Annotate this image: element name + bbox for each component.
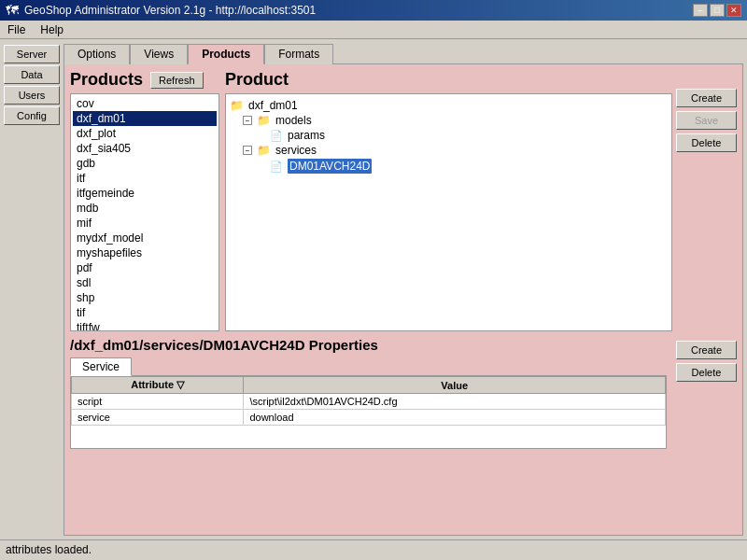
save-button[interactable]: Save [676, 111, 737, 130]
value-column-header: Value [244, 377, 666, 394]
attribute-value: \script\il2dxt\DM01AVCH24D.cfg [244, 394, 666, 410]
product-item[interactable]: dxf_plot [73, 126, 217, 141]
sidebar-config-button[interactable]: Config [4, 106, 60, 125]
sidebar-data-button[interactable]: Data [4, 65, 60, 84]
product-item[interactable]: myshapefiles [73, 245, 217, 260]
help-menu[interactable]: Help [36, 22, 67, 37]
prop-actions: Create Delete [676, 337, 737, 449]
products-list[interactable]: covdxf_dm01dxf_plotdxf_sia405gdbitfitfge… [70, 93, 219, 331]
tree-root-label: dxf_dm01 [248, 99, 298, 112]
prop-create-button[interactable]: Create [676, 341, 737, 359]
sidebar: Server Data Users Config [4, 43, 60, 536]
folder-icon: 📁 [257, 144, 271, 157]
product-item[interactable]: tiftfw [73, 320, 217, 331]
attribute-row: servicedownload [72, 410, 666, 426]
product-item[interactable]: dxf_sia405 [73, 141, 217, 156]
prop-delete-button[interactable]: Delete [676, 363, 737, 382]
sidebar-server-button[interactable]: Server [4, 45, 60, 63]
product-item[interactable]: gdb [73, 156, 217, 171]
attribute-name: script [72, 394, 244, 410]
product-item[interactable]: cov [73, 96, 217, 111]
tree-node-label: services [275, 144, 317, 157]
statusbar: attributes loaded. [0, 539, 747, 560]
maximize-button[interactable]: □ [710, 4, 725, 17]
product-tree-panel: Product 📁dxf_dm01−📁models📄params−📁servic… [225, 70, 672, 331]
refresh-button[interactable]: Refresh [150, 72, 204, 89]
tree-node[interactable]: −📁models [230, 113, 668, 128]
content-area: Options Views Products Formats Products … [63, 43, 743, 536]
properties-content: Attribute ▽ Value script\script\il2dxt\D… [70, 375, 667, 449]
titlebar-buttons: – □ ✕ [693, 4, 741, 17]
product-item[interactable]: shp [73, 290, 217, 305]
products-panel-title: Products [70, 70, 143, 90]
main-container: Server Data Users Config Options Views P… [0, 39, 747, 539]
product-item[interactable]: mydxf_model [73, 231, 217, 245]
attributes-table: Attribute ▽ Value script\script\il2dxt\D… [71, 376, 666, 426]
attribute-name: service [72, 410, 244, 426]
tab-formats[interactable]: Formats [264, 44, 333, 64]
tree-node-label: DM01AVCH24D [288, 159, 372, 174]
tab-products[interactable]: Products [188, 44, 264, 64]
window-title: GeoShop Administrator Version 2.1g - htt… [24, 4, 316, 17]
product-item[interactable]: mdb [73, 201, 217, 216]
tree-node-label: models [275, 114, 312, 127]
product-item[interactable]: dxf_dm01 [73, 111, 217, 126]
properties-tabs: Service [70, 357, 667, 375]
sidebar-users-button[interactable]: Users [4, 86, 60, 105]
product-item[interactable]: sdl [73, 275, 217, 290]
prop-tab-service[interactable]: Service [70, 357, 132, 376]
tab-views[interactable]: Views [130, 44, 188, 64]
delete-button[interactable]: Delete [676, 133, 737, 152]
products-header: Products Refresh [70, 70, 219, 90]
attribute-value: download [244, 410, 666, 426]
tree-node-label: params [288, 129, 325, 142]
close-button[interactable]: ✕ [726, 4, 741, 17]
tree-node[interactable]: 📄params [230, 128, 668, 143]
tab-options[interactable]: Options [63, 44, 130, 64]
create-button[interactable]: Create [676, 89, 737, 107]
statusbar-text: attributes loaded. [6, 543, 92, 556]
tabs: Options Views Products Formats [63, 43, 743, 63]
properties-section: /dxf_dm01/services/DM01AVCH24D Propertie… [70, 337, 667, 449]
product-item[interactable]: pdf [73, 260, 217, 275]
bottom-section: /dxf_dm01/services/DM01AVCH24D Propertie… [70, 337, 737, 449]
folder-icon: 📁 [230, 99, 244, 112]
folder-icon: 📁 [257, 114, 271, 127]
attribute-row: script\script\il2dxt\DM01AVCH24D.cfg [72, 394, 666, 410]
tree-and-actions: Product 📁dxf_dm01−📁models📄params−📁servic… [225, 70, 737, 331]
tree-root-node[interactable]: 📁dxf_dm01 [230, 98, 668, 113]
product-item[interactable]: itfgemeinde [73, 186, 217, 201]
attribute-column-header: Attribute ▽ [72, 377, 244, 394]
properties-title: /dxf_dm01/services/DM01AVCH24D Propertie… [70, 337, 667, 353]
product-item[interactable]: itf [73, 171, 217, 186]
action-buttons: Create Save Delete [676, 70, 737, 331]
top-section: Products Refresh covdxf_dm01dxf_plotdxf_… [70, 70, 737, 331]
tree-node[interactable]: −📁services [230, 143, 668, 158]
expand-icon[interactable]: − [243, 146, 252, 155]
file-icon: 📄 [270, 130, 283, 142]
titlebar: 🗺 GeoShop Administrator Version 2.1g - h… [0, 0, 747, 21]
expand-icon[interactable]: − [243, 116, 252, 125]
minimize-button[interactable]: – [693, 4, 708, 17]
product-tree-title: Product [225, 70, 672, 90]
products-panel: Products Refresh covdxf_dm01dxf_plotdxf_… [70, 70, 219, 331]
file-menu[interactable]: File [4, 22, 29, 37]
tab-content: Products Refresh covdxf_dm01dxf_plotdxf_… [63, 63, 743, 536]
product-item[interactable]: mif [73, 216, 217, 231]
tree-container[interactable]: 📁dxf_dm01−📁models📄params−📁services📄DM01A… [225, 93, 672, 331]
tree-node[interactable]: 📄DM01AVCH24D [230, 158, 668, 175]
product-item[interactable]: tif [73, 305, 217, 320]
menubar: File Help [0, 21, 747, 39]
file-icon: 📄 [270, 161, 283, 173]
